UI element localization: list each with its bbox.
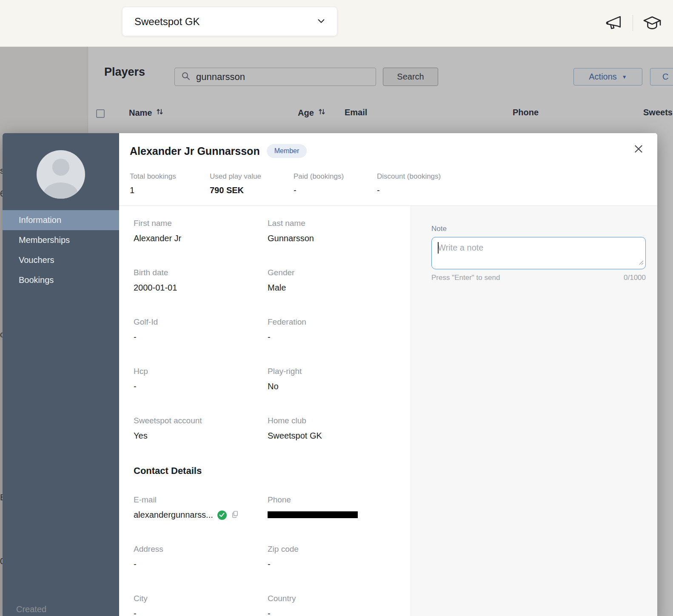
field-last-name: Last name Gunnarsson <box>268 219 402 243</box>
graduation-cap-icon[interactable] <box>642 14 662 31</box>
field-address: Address - <box>134 545 268 569</box>
field-city: City - <box>134 594 268 616</box>
phone-redaction-bar <box>268 511 358 518</box>
field-first-name: First name Alexander Jr <box>134 219 268 243</box>
close-icon[interactable] <box>632 143 645 155</box>
player-stats: Total bookings 1 Used play value 790 SEK… <box>130 172 645 195</box>
megaphone-icon[interactable] <box>605 15 623 31</box>
player-modal-header: Alexander Jr Gunnarsson Member Total boo… <box>119 133 657 206</box>
stat-label: Discount (bookings) <box>377 172 441 181</box>
avatar-person-icon <box>52 159 69 176</box>
note-input[interactable] <box>431 237 646 269</box>
note-label: Note <box>431 225 646 233</box>
topbar-divider <box>633 15 633 31</box>
field-hcp: Hcp - <box>134 367 268 391</box>
field-email: E-mail alexandergunnarss... <box>134 495 268 520</box>
stat-value: 1 <box>130 185 210 195</box>
contact-details-heading: Contact Details <box>134 465 411 476</box>
resize-handle-icon[interactable] <box>639 259 644 267</box>
field-gender: Gender Male <box>268 268 402 293</box>
member-badge: Member <box>267 144 307 158</box>
verified-check-icon <box>217 510 227 520</box>
field-zip-code: Zip code - <box>268 545 402 569</box>
email-value: alexandergunnarss... <box>134 510 213 520</box>
field-country: Country - <box>268 594 402 616</box>
note-hint: Press "Enter" to send <box>431 274 500 282</box>
stat-value: - <box>377 185 441 195</box>
tab-vouchers[interactable]: Vouchers <box>3 250 119 270</box>
stat-label: Used play value <box>210 172 294 181</box>
club-selector-value: Sweetspot GK <box>134 16 200 28</box>
stat-label: Paid (bookings) <box>294 172 377 181</box>
club-selector-dropdown[interactable]: Sweetspot GK <box>122 7 337 36</box>
text-cursor <box>438 242 439 254</box>
field-golf-id: Golf-Id - <box>134 317 268 342</box>
stat-label: Total bookings <box>130 172 210 181</box>
topbar: Sweetspot GK <box>0 0 673 47</box>
copy-icon[interactable] <box>231 510 239 520</box>
stat-value: 790 SEK <box>210 185 294 195</box>
field-birth-date: Birth date 2000-01-01 <box>134 268 268 293</box>
chevron-down-icon <box>317 16 326 27</box>
stat-value: - <box>294 185 377 195</box>
field-phone: Phone <box>268 495 402 520</box>
avatar <box>37 150 85 199</box>
created-column-fragment: Created <box>16 605 46 614</box>
field-federation: Federation - <box>268 317 402 342</box>
player-detail-modal: Information Memberships Vouchers Booking… <box>3 133 657 616</box>
tab-bookings[interactable]: Bookings <box>3 270 119 290</box>
player-modal-menu: Information Memberships Vouchers Booking… <box>3 210 119 290</box>
player-modal-sidebar: Information Memberships Vouchers Booking… <box>3 133 119 616</box>
tab-memberships[interactable]: Memberships <box>3 230 119 250</box>
field-home-club: Home club Sweetspot GK <box>268 416 402 441</box>
note-panel: Note Press "Enter" to send 0/1000 <box>411 206 657 616</box>
player-name: Alexander Jr Gunnarsson <box>130 145 260 157</box>
note-char-counter: 0/1000 <box>624 274 646 282</box>
tab-information[interactable]: Information <box>3 210 119 230</box>
player-information-fields: First name Alexander Jr Last name Gunnar… <box>119 206 411 616</box>
field-play-right: Play-right No <box>268 367 402 391</box>
field-sweetspot-account: Sweetspot account Yes <box>134 416 268 441</box>
